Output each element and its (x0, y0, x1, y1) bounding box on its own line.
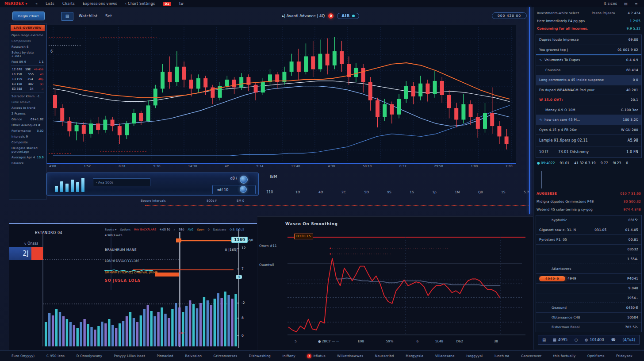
menubar-item[interactable]: tw (179, 2, 184, 6)
rp-row[interactable]: Do duped WBAMMAGM Pad your40 201 (536, 85, 641, 96)
timeframe-item[interactable]: 1S (501, 190, 506, 194)
sidebar-item[interactable]: 2 Frames (9, 111, 46, 116)
sidebar-item[interactable]: Balance (9, 160, 46, 166)
menubar-item[interactable]: Lists (46, 2, 54, 6)
menubar-item[interactable]: ‹ Chart Settings (125, 2, 155, 6)
orderbook-row[interactable]: E3 35834→ (11, 86, 44, 91)
statusbar-item[interactable]: Iniffany (283, 354, 295, 358)
rp-row[interactable]: 1954.- (536, 293, 641, 303)
timeframe-item[interactable]: 5.7 (524, 190, 529, 194)
rp-row[interactable]: W 15.0 OV7:20.1 (536, 95, 641, 105)
main-chart-panel[interactable]: 6 (46, 25, 516, 164)
chip-label[interactable]: Options (120, 227, 130, 232)
statusbar-item[interactable]: Villacosane (435, 354, 455, 358)
sidebar-item[interactable]: Composite (9, 139, 46, 145)
statusbar-item[interactable]: Pinnacled (157, 354, 173, 358)
statusbar-item[interactable]: this factually (553, 354, 575, 358)
price-chip[interactable]: 1169 (231, 237, 248, 243)
statusbar-item[interactable]: C 950 lens (46, 354, 65, 358)
chip-label[interactable]: ⌕ (174, 227, 175, 232)
rp-row[interactable]: 50 l7 —— 73.01 Odsteomy1.0 FN (536, 146, 641, 157)
rp-top-row[interactable]: Consuming for all incomes.9.9 5.32 (533, 25, 644, 32)
globe-icon[interactable] (240, 176, 248, 184)
opens-label[interactable]: ↘ Onsss (23, 242, 38, 246)
rp-top-row[interactable]: Here Immediately P4 pg pps1 2:05 (533, 17, 644, 25)
chip-label[interactable]: Open (197, 227, 204, 232)
intervals-label[interactable]: Besore Intervals (141, 199, 166, 203)
rp-row[interactable]: Long comments-a 45 inside suspense0 0 (536, 75, 641, 85)
orderbook-row[interactable]: L8 15055543 (11, 72, 44, 77)
rp-row[interactable]: Fisherman Besal703.52- (536, 323, 641, 332)
chip-label[interactable]: 0 (208, 227, 210, 232)
smoothing-panel[interactable]: Wasco On Smoothing DT0115 Onwn #11 Ouant… (257, 216, 533, 350)
rp-row[interactable]: Gigasort saw-c. 31. N031.0501.4.05 (536, 225, 641, 235)
sidebar-item[interactable]: Research 6 (9, 44, 46, 50)
sidebar-item[interactable]: Select by data 2.2M3 (9, 50, 46, 59)
chip-label[interactable]: 4 900,9 m25 (105, 233, 123, 238)
instrument-row[interactable]: BRAUHRUM MANE 0 |165| (105, 248, 238, 252)
statusbar-item[interactable]: Ganvecover (521, 354, 541, 358)
d0-button[interactable]: d0 / (230, 177, 237, 180)
card-icon[interactable]: ▦4995 (553, 338, 568, 342)
orderbook-table[interactable]: 12 67859E49-456L8 1505554313 15925440pE3… (11, 65, 44, 92)
statusbar-item[interactable]: Wilketdsawwas (337, 354, 363, 358)
menubar-badge[interactable]: 01 (163, 2, 171, 6)
chip-label[interactable]: RAY BACKFLARE (134, 227, 156, 232)
sidebar-item[interactable]: Other Avaloques # (9, 122, 46, 128)
statusbar-item[interactable]: !Itflatus (307, 354, 325, 358)
clock-pill[interactable]: 000 420 00 (492, 12, 527, 19)
sidebar-item[interactable]: Performance0.02 (9, 128, 46, 134)
sidebar-item[interactable]: Components (9, 38, 46, 44)
ratio-label[interactable]: (4/5/4) (622, 338, 635, 342)
chip-label[interactable]: Source ▾ (105, 227, 116, 232)
rp-row[interactable]: 1.554- (536, 254, 641, 264)
rp-scroll-gap[interactable] (533, 168, 644, 189)
menubar-item[interactable]: MERIDEX ▾ (4, 2, 27, 6)
rp-row[interactable]: Gezound0450-E (536, 303, 641, 313)
rp-row[interactable]: hyphobic0315: (536, 215, 641, 225)
volume-chart-svg[interactable]: 127-280 (9, 224, 257, 350)
bank-icon[interactable]: ▤ (542, 338, 546, 342)
menubar-item[interactable]: It sices (604, 2, 617, 6)
watchlist-label[interactable]: Watchlist (79, 14, 98, 18)
search-input[interactable] (93, 178, 150, 186)
rp-row[interactable]: Obtenaance C4850504 (536, 313, 641, 323)
timeframe-item[interactable]: 2C (341, 190, 346, 194)
rp-row[interactable]: 4040-04949P40H1 (536, 274, 641, 284)
barrel-icon[interactable]: ◍101400 (585, 338, 604, 342)
symbol-selector[interactable]: ▸| Avanti Advance | 4Q 0 AIB (282, 13, 359, 19)
rp-row[interactable]: You gravest top j01 001 9 02 (536, 45, 641, 56)
chip-label[interactable]: 5B0 (179, 227, 184, 232)
rp-row[interactable]: ∿Volumends Ta Dupes0.4 4.9 (536, 55, 641, 65)
orderbook-row[interactable]: E3 158487(2) (11, 81, 44, 86)
sidebar-item[interactable]: Delegate started percentage (9, 145, 46, 154)
rp-row[interactable]: Money 4.9 O 10MC-100 3oc (536, 105, 641, 115)
rp-row[interactable]: Lample 91.6pers pg 02.11A5.98 (536, 135, 641, 146)
rp-row[interactable]: Atlantovers (536, 264, 641, 274)
rp-row[interactable]: Dupres loudo Impresse69:00 (536, 35, 641, 45)
chip-label[interactable]: 4:05 50 (160, 227, 170, 232)
position-size-box[interactable]: 2J (9, 247, 31, 260)
menubar-item[interactable]: ▤ (624, 2, 628, 6)
timeframe-item[interactable]: 1p (432, 190, 437, 194)
statusbar-item[interactable]: Margypsia (406, 354, 423, 358)
alert-badge[interactable]: 0 (328, 13, 334, 19)
statusbar-item[interactable]: Opnifisms (587, 354, 605, 358)
header-center[interactable]: Peens Pajeera (592, 11, 615, 15)
drop-icon[interactable]: ○ (575, 338, 578, 342)
menubar-item[interactable]: Expressions views (83, 2, 117, 6)
rp-row[interactable]: Coussins60 414 (536, 65, 641, 76)
rp-row[interactable]: AUGUSESE010 7 31.60 (533, 189, 644, 197)
timeframe-item[interactable]: Q8 (478, 190, 483, 194)
statusbar-item[interactable]: Grirconverses (214, 354, 238, 358)
sidebar-item[interactable]: Intervals 9 (9, 134, 46, 139)
header-left[interactable]: Investments-white select (537, 11, 579, 15)
timeframe-item[interactable]: 4D (318, 190, 323, 194)
rp-row[interactable]: Midigra dquotes Grimmstons P4B30 500.32 (533, 197, 644, 205)
sidebar-item[interactable]: Open range extreme (9, 32, 46, 38)
timeframe-item[interactable]: 1M (455, 190, 460, 194)
statusbar-item[interactable]: Euro Onyyyy) (12, 354, 34, 358)
globe-icon[interactable] (240, 186, 247, 193)
orange-pill-button[interactable]: 4040-0 (539, 276, 565, 281)
phone-icon[interactable]: ☎ (611, 338, 616, 342)
